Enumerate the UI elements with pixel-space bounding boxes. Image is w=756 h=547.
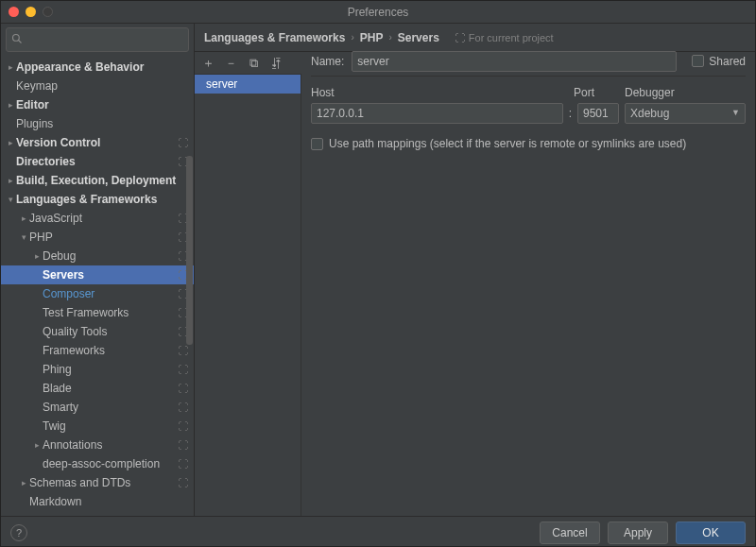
- path-mappings-checkbox[interactable]: [311, 138, 323, 150]
- host-label: Host: [311, 86, 564, 99]
- server-list: server: [195, 75, 301, 516]
- window-title: Preferences: [1, 6, 755, 19]
- tree-item[interactable]: Twig⛶: [1, 417, 194, 436]
- tree-item[interactable]: deep-assoc-completion⛶: [1, 454, 194, 473]
- tree-item-label: Composer: [43, 287, 177, 300]
- breadcrumb: Languages & Frameworks › PHP › Servers ⛶…: [195, 24, 755, 52]
- chevron-right-icon[interactable]: [18, 478, 29, 487]
- name-label: Name:: [311, 55, 344, 68]
- chevron-down-icon[interactable]: [5, 195, 16, 204]
- server-list-item[interactable]: server: [195, 75, 301, 94]
- tree-item[interactable]: Version Control⛶: [1, 133, 194, 152]
- tree-item-label: Annotations: [43, 438, 177, 452]
- tree-item-label: PHP: [29, 231, 177, 244]
- breadcrumb-part: Servers: [398, 31, 439, 44]
- tree-item[interactable]: Schemas and DTDs⛶: [1, 473, 194, 492]
- chevron-right-icon[interactable]: [31, 440, 43, 450]
- main-panel: Languages & Frameworks › PHP › Servers ⛶…: [195, 24, 755, 516]
- tree-item[interactable]: Quality Tools⛶: [1, 322, 194, 341]
- tree-item-label: Appearance & Behavior: [16, 60, 188, 74]
- ok-button[interactable]: OK: [676, 521, 746, 544]
- tree-item[interactable]: Phing⛶: [1, 360, 194, 379]
- debugger-select[interactable]: Xdebug: [625, 103, 746, 124]
- chevron-right-icon[interactable]: [18, 214, 29, 223]
- help-icon[interactable]: ?: [10, 524, 27, 541]
- chevron-right-icon[interactable]: [31, 251, 43, 261]
- tree-item-label: Markdown: [29, 495, 188, 508]
- host-port-separator: :: [569, 107, 572, 120]
- chevron-right-icon[interactable]: [5, 176, 16, 185]
- tree-item[interactable]: Smarty⛶: [1, 398, 194, 417]
- tree-item-label: Schemas and DTDs: [29, 476, 177, 489]
- tree-item[interactable]: Plugins: [1, 114, 194, 133]
- dialog-footer: ? Cancel Apply OK: [1, 516, 755, 547]
- chevron-right-icon[interactable]: [5, 138, 16, 147]
- tree-item-label: Build, Execution, Deployment: [16, 174, 188, 187]
- add-icon[interactable]: ＋: [200, 55, 215, 72]
- tree-item[interactable]: Markdown: [1, 492, 194, 511]
- cancel-button[interactable]: Cancel: [540, 521, 600, 544]
- tree-item[interactable]: Debug⛶: [1, 247, 194, 265]
- tree-item[interactable]: Frameworks⛶: [1, 341, 194, 360]
- port-input[interactable]: [577, 103, 619, 124]
- tree-item-label: Languages & Frameworks: [16, 193, 188, 206]
- tree-item[interactable]: Appearance & Behavior: [1, 58, 194, 77]
- project-scope-icon: ⛶: [177, 515, 188, 516]
- tree-item[interactable]: Test Frameworks⛶: [1, 303, 194, 322]
- chevron-down-icon[interactable]: [18, 232, 29, 242]
- search-input[interactable]: [6, 27, 189, 52]
- tree-item-label: Node.js and NPM: [29, 514, 177, 516]
- project-scope-hint: ⛶ For current project: [455, 32, 554, 43]
- tree-item[interactable]: Servers⛶: [1, 265, 194, 284]
- chevron-right-icon[interactable]: [5, 62, 16, 72]
- tree-item[interactable]: PHP⛶: [1, 228, 194, 247]
- search-icon: [11, 33, 23, 47]
- tree-item[interactable]: Directories⛶: [1, 152, 194, 171]
- tree-item[interactable]: JavaScript⛶: [1, 209, 194, 228]
- debugger-label: Debugger: [625, 86, 746, 99]
- chevron-right-icon: ›: [388, 32, 391, 43]
- remove-icon[interactable]: －: [223, 55, 238, 72]
- scrollbar-thumb[interactable]: [186, 156, 193, 345]
- copy-icon[interactable]: ⧉: [246, 56, 261, 71]
- tree-item-label: Quality Tools: [43, 325, 177, 338]
- tree-item[interactable]: Keymap: [1, 77, 194, 95]
- server-list-toolbar: ＋ － ⧉ ⭿: [195, 52, 301, 75]
- titlebar: Preferences: [1, 1, 755, 24]
- tree-item-label: Version Control: [16, 136, 177, 149]
- shared-label: Shared: [709, 55, 746, 68]
- breadcrumb-part: Languages & Frameworks: [204, 31, 345, 44]
- tree-item-label: Directories: [16, 155, 177, 168]
- tree-item-label: Phing: [43, 363, 177, 376]
- tree-item-label: JavaScript: [29, 212, 177, 225]
- search-box: [6, 27, 189, 52]
- tree-item[interactable]: Annotations⛶: [1, 436, 194, 454]
- tree-item-label: Keymap: [16, 79, 188, 93]
- tree-item-label: deep-assoc-completion: [43, 457, 177, 470]
- path-mappings-label: Use path mappings (select if the server …: [329, 137, 686, 150]
- tree-item[interactable]: Editor: [1, 95, 194, 114]
- tree-item[interactable]: Build, Execution, Deployment: [1, 171, 194, 190]
- name-input[interactable]: [352, 51, 677, 72]
- tree-item-label: Frameworks: [43, 344, 177, 357]
- chevron-right-icon: ›: [351, 32, 353, 43]
- server-form: Name: Shared Host Port Debugger :: [301, 52, 755, 516]
- apply-button[interactable]: Apply: [608, 521, 668, 544]
- tree-item[interactable]: Languages & Frameworks: [1, 190, 194, 209]
- shared-checkbox[interactable]: [692, 55, 704, 67]
- sidebar: Appearance & BehaviorKeymapEditorPlugins…: [1, 24, 195, 516]
- tree-item-label: Servers: [43, 268, 177, 282]
- host-input[interactable]: [311, 103, 563, 124]
- tree-item-label: Smarty: [43, 401, 177, 414]
- tree-item-label: Plugins: [16, 117, 188, 130]
- tree-item-label: Blade: [43, 382, 177, 395]
- tree-item[interactable]: Blade⛶: [1, 379, 194, 398]
- tree-item[interactable]: Node.js and NPM⛶: [1, 511, 194, 516]
- tree-item-label: Test Frameworks: [43, 306, 177, 319]
- tree-item-label: Debug: [43, 249, 177, 263]
- tree-item[interactable]: Composer⛶: [1, 284, 194, 303]
- svg-line-1: [19, 41, 22, 43]
- import-icon[interactable]: ⭿: [268, 56, 284, 70]
- chevron-right-icon[interactable]: [5, 100, 16, 110]
- scrollbar[interactable]: [186, 52, 193, 496]
